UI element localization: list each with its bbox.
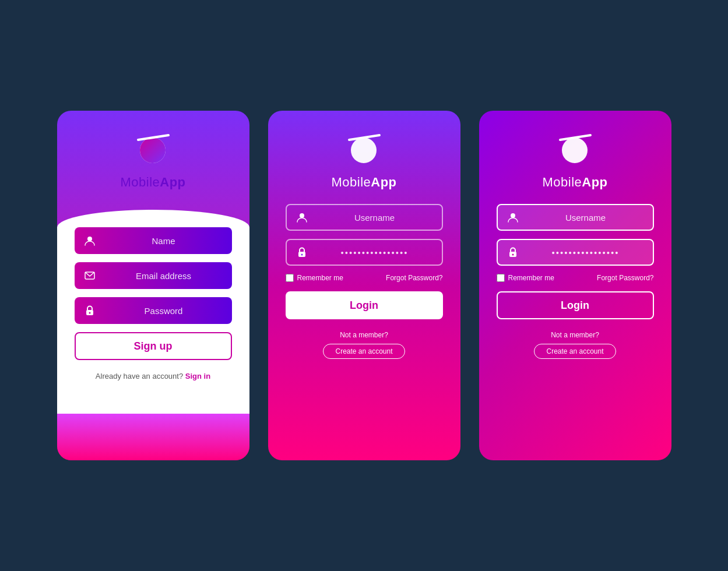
app-name-2: MobileApp [331, 175, 396, 190]
create-account-button-3[interactable]: Create an account [534, 344, 616, 359]
not-member-text-2: Not a member? [340, 331, 388, 339]
white-area: Sign up Already have an account? Sign in [57, 210, 249, 414]
lock-icon [83, 304, 97, 318]
logo-area-2: MobileApp [331, 128, 396, 190]
email-icon [83, 269, 97, 283]
svg-point-9 [300, 213, 304, 218]
signin-link[interactable]: Sign in [185, 372, 210, 380]
login-card-2: MobileApp Remember me Forgot Passwo [479, 111, 671, 460]
username-input-3[interactable] [527, 213, 645, 223]
svg-point-6 [89, 312, 90, 314]
planet-icon [132, 128, 173, 169]
remember-me-label-2[interactable]: Remember me [286, 274, 343, 282]
planet-icon-3 [554, 128, 595, 169]
app-name-bold: App [160, 175, 185, 189]
user-icon-2 [295, 210, 309, 224]
signup-button[interactable]: Sign up [75, 332, 232, 360]
username-input-wrapper-3 [497, 204, 654, 231]
app-name-light: Mobile [120, 175, 160, 189]
login-button-2[interactable]: Login [286, 291, 443, 319]
user-icon [83, 234, 97, 248]
remember-row-3: Remember me Forgot Password? [497, 274, 654, 282]
password-input[interactable] [104, 306, 224, 316]
password-input-3[interactable] [527, 248, 645, 258]
svg-point-3 [87, 237, 92, 241]
name-input-wrapper [75, 227, 232, 254]
password-input-wrapper-2 [286, 239, 443, 266]
svg-point-12 [562, 138, 588, 163]
logo-area-3: MobileApp [542, 128, 607, 190]
lock-icon-2 [295, 245, 309, 259]
remember-text-3: Remember me [508, 274, 554, 282]
remember-text-2: Remember me [297, 274, 343, 282]
app-name-bold-3: App [582, 175, 607, 189]
password-input-2[interactable] [316, 248, 434, 258]
app-name-light-2: Mobile [331, 175, 371, 189]
remember-row-2: Remember me Forgot Password? [286, 274, 443, 282]
not-member-section-2: Not a member? Create an account [323, 331, 405, 359]
svg-point-1 [140, 138, 166, 163]
app-name-3: MobileApp [542, 175, 607, 190]
app-name-light-3: Mobile [542, 175, 582, 189]
remember-me-label-3[interactable]: Remember me [497, 274, 554, 282]
svg-point-11 [301, 254, 303, 256]
not-member-section-3: Not a member? Create an account [534, 331, 616, 359]
svg-point-16 [512, 254, 514, 256]
app-name-bold-2: App [371, 175, 396, 189]
login-card-1: MobileApp Remember me Forgot Passwo [268, 111, 460, 460]
user-icon-3 [506, 210, 520, 224]
username-input-wrapper-2 [286, 204, 443, 231]
email-input[interactable] [104, 271, 224, 281]
card-top: MobileApp [57, 111, 249, 204]
svg-point-14 [511, 213, 515, 218]
remember-checkbox-2[interactable] [286, 274, 294, 282]
forgot-password-link-2[interactable]: Forgot Password? [386, 274, 442, 282]
login-button-3[interactable]: Login [497, 291, 654, 319]
planet-icon-2 [343, 128, 384, 169]
email-input-wrapper [75, 262, 232, 289]
card-bottom-decoration [57, 414, 249, 460]
remember-checkbox-3[interactable] [497, 274, 505, 282]
username-input-2[interactable] [316, 213, 434, 223]
create-account-button-2[interactable]: Create an account [323, 344, 405, 359]
lock-icon-3 [506, 245, 520, 259]
password-input-wrapper [75, 297, 232, 324]
name-input[interactable] [104, 236, 224, 246]
app-name: MobileApp [120, 175, 185, 190]
svg-point-7 [351, 138, 377, 163]
already-account: Already have an account? Sign in [96, 372, 210, 380]
not-member-text-3: Not a member? [551, 331, 599, 339]
signup-card: MobileApp [57, 111, 249, 460]
footer-text: Already have an account? [96, 372, 183, 380]
forgot-password-link-3[interactable]: Forgot Password? [597, 274, 653, 282]
password-input-wrapper-3 [497, 239, 654, 266]
logo-area: MobileApp [120, 128, 185, 190]
